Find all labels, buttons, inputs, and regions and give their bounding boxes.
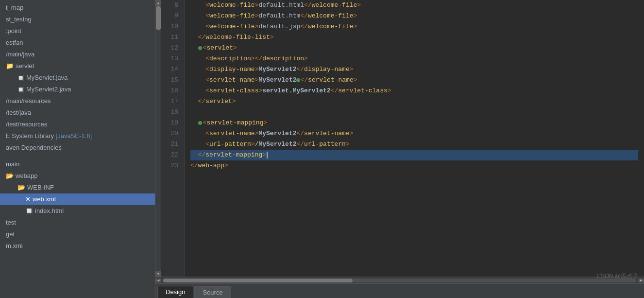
text-label: /test/resources: [6, 120, 47, 129]
code-line-11: </welcome-file-list>: [190, 32, 638, 43]
html-file-icon: 🔲: [25, 206, 33, 216]
v-scroll-thumb[interactable]: [156, 6, 161, 30]
text-label: E System Library [JavaSE-1.8]: [6, 131, 92, 141]
folder-icon: 📁: [6, 61, 14, 71]
line-num-22: 22: [165, 150, 180, 160]
editor-area: ▲ ▼ 8 9 10 11 12 13 14 15 16 17: [155, 0, 644, 298]
sidebar-item-mxml[interactable]: m.xml: [0, 240, 155, 252]
line-num-8: 8: [165, 0, 180, 11]
sidebar-item-maven-deps[interactable]: aven Dependencies: [0, 142, 155, 154]
text-label: index.html: [35, 206, 64, 216]
text-label: /main/resources: [6, 96, 51, 106]
tab-source[interactable]: Source: [194, 286, 231, 298]
text-label: WEB-INF: [27, 183, 54, 193]
line-numbers: 8 9 10 11 12 13 14 15 16 17 18 19 20 21 …: [161, 0, 185, 277]
folder-open-icon: 📂: [17, 183, 25, 193]
code-editor[interactable]: <welcome-file>default.html</welcome-file…: [185, 0, 644, 277]
v-scroll-track: [155, 6, 161, 271]
line-num-23: 23: [165, 160, 180, 171]
code-line-16: <servlet-class>servlet.MyServlet2</servl…: [190, 86, 638, 96]
text-label: webapp: [16, 171, 38, 181]
sidebar-item-myservlet2[interactable]: 🔲 MyServlet2.java: [0, 84, 155, 95]
code-line-22: </servlet-mapping>: [190, 150, 638, 160]
sidebar-item-system-library[interactable]: E System Library [JavaSE-1.8]: [0, 130, 155, 142]
line-num-11: 11: [165, 32, 180, 43]
text-label: main: [6, 159, 19, 169]
sidebar: t_map st_testng :point estfan /main/java…: [0, 0, 155, 298]
code-line-23: </web-app>: [190, 160, 638, 171]
scroll-up-arrow[interactable]: ▲: [155, 0, 161, 6]
sidebar-tree[interactable]: t_map st_testng :point estfan /main/java…: [0, 0, 155, 298]
code-line-8: <welcome-file>default.html</welcome-file…: [190, 0, 638, 11]
sidebar-item-st_testng[interactable]: st_testng: [0, 14, 155, 25]
java-file-icon: 🔲: [17, 85, 24, 94]
text-label: /test/java: [6, 108, 31, 118]
sidebar-item-myservlet[interactable]: 🔲 MyServlet.java: [0, 72, 155, 84]
code-line-10: <welcome-file>default.jsp</welcome-file>: [190, 21, 638, 32]
text-label: :point: [6, 26, 21, 36]
bottom-tabs: Design Source: [155, 283, 644, 298]
code-line-13: <description></description>: [190, 53, 638, 64]
sidebar-item-estfan[interactable]: estfan: [0, 37, 155, 49]
sidebar-item-main-resources[interactable]: /main/resources: [0, 95, 155, 107]
code-line-12: <servlet>: [190, 43, 638, 53]
line-num-21: 21: [165, 139, 180, 150]
h-scroll-thumb[interactable]: [163, 279, 353, 282]
sidebar-item-webapp[interactable]: 📂 webapp: [0, 170, 155, 182]
sidebar-item-t_map[interactable]: t_map: [0, 2, 155, 14]
text-label: web.xml: [33, 194, 56, 204]
text-label: /main/java: [6, 50, 34, 59]
sidebar-item-main[interactable]: main: [0, 158, 155, 170]
code-line-20: <servlet-name>MyServlet2</servlet-name>: [190, 128, 638, 139]
sidebar-item-indexhtml[interactable]: 🔲 index.html: [0, 205, 155, 217]
editor-content: ▲ ▼ 8 9 10 11 12 13 14 15 16 17: [155, 0, 644, 298]
text-label: aven Dependencies: [6, 143, 62, 153]
cursor-indicator: [296, 78, 300, 82]
text-label: estfan: [6, 38, 23, 48]
text-label: servlet: [16, 61, 34, 71]
code-line-17: </servlet>: [190, 96, 638, 107]
sidebar-item-blank: [0, 154, 155, 158]
text-cursor: [267, 152, 268, 158]
line-num-13: 13: [165, 53, 180, 64]
line-num-19: 19: [165, 118, 180, 128]
sidebar-item-servlet[interactable]: 📁 servlet: [0, 60, 155, 72]
line-num-10: 10: [165, 21, 180, 32]
scroll-left-arrow[interactable]: ◀: [155, 279, 161, 282]
text-label: m.xml: [6, 241, 23, 251]
code-line-14: <display-name>MyServlet2</display-name>: [190, 64, 638, 75]
text-label: st_testng: [6, 15, 32, 24]
code-line-15: <servlet-name>MyServlet2</servlet-name>: [190, 75, 638, 86]
code-line-19: <servlet-mapping>: [190, 118, 638, 128]
sidebar-item-test-resources[interactable]: /test/resources: [0, 119, 155, 130]
text-label: MyServlet2.java: [26, 85, 71, 94]
gutter-indicator-12: [198, 46, 202, 50]
scroll-down-arrow[interactable]: ▼: [155, 271, 161, 277]
code-container[interactable]: ▲ ▼ 8 9 10 11 12 13 14 15 16 17: [155, 0, 644, 277]
text-label: MyServlet.java: [26, 73, 68, 83]
h-scroll-area[interactable]: ◀ ▶: [155, 277, 644, 283]
java-se-badge: [JavaSE-1.8]: [56, 132, 92, 140]
line-num-14: 14: [165, 64, 180, 75]
sidebar-item-webinf[interactable]: 📂 WEB-INF: [0, 182, 155, 193]
line-num-15: 15: [165, 75, 180, 86]
folder-open-icon: 📂: [6, 171, 14, 181]
sidebar-item-test-java[interactable]: /test/java: [0, 107, 155, 119]
code-line-9: <welcome-file>default.htm</welcome-file>: [190, 11, 638, 21]
sidebar-item-point[interactable]: :point: [0, 25, 155, 37]
line-num-16: 16: [165, 86, 180, 96]
sidebar-item-test[interactable]: test: [0, 217, 155, 228]
line-num-18: 18: [165, 107, 180, 118]
sidebar-item-get[interactable]: get: [0, 228, 155, 240]
h-scroll-track[interactable]: [163, 279, 636, 282]
xml-file-icon: ✕: [25, 194, 31, 204]
sidebar-item-main-java[interactable]: /main/java: [0, 49, 155, 60]
text-label: test: [6, 218, 16, 228]
scroll-right-arrow[interactable]: ▶: [638, 279, 644, 282]
java-file-icon: 🔲: [17, 73, 24, 83]
text-label: get: [6, 229, 15, 239]
line-num-9: 9: [165, 11, 180, 21]
tab-design[interactable]: Design: [157, 286, 193, 298]
line-num-17: 17: [165, 96, 180, 107]
sidebar-item-webxml[interactable]: ✕ web.xml: [0, 193, 155, 205]
